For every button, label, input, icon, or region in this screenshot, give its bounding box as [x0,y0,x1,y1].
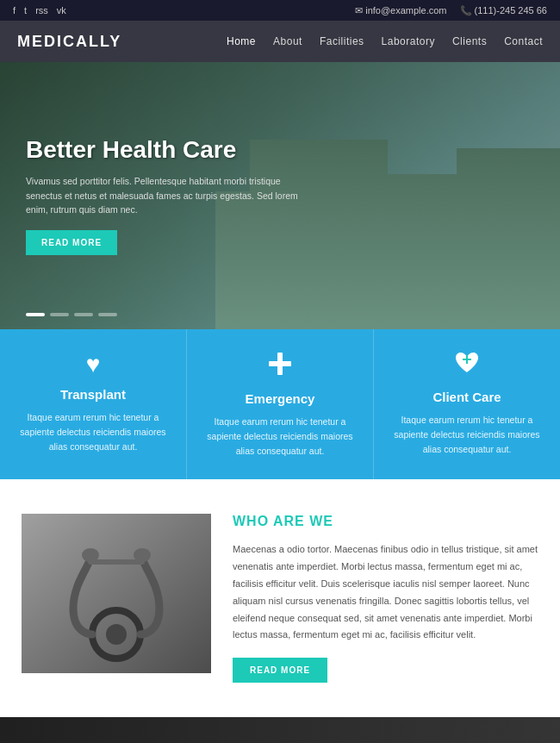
nav-facilities[interactable]: Facilities [320,35,364,47]
hero-dot-4[interactable] [98,313,117,316]
service-emergency: Emergency Itaque earum rerum hic tenetur… [187,329,374,479]
service-client-care: Client Care Itaque earum rerum hic tenet… [374,329,560,479]
main-nav: Home About Facilities Laboratory Clients… [227,35,543,47]
social-facebook[interactable]: f [13,5,16,16]
who-image [22,514,211,673]
logo[interactable]: MedICALLY [17,33,121,51]
hero-text: Vivamus sed porttitor felis. Pellentesqu… [26,174,302,217]
emergency-text: Itaque earum rerum hic tenetur a sapient… [204,415,356,458]
client-care-title: Client Care [391,390,543,404]
hero-content: Better Health Care Vivamus sed porttitor… [0,136,327,255]
svg-rect-1 [269,361,291,366]
nav-about[interactable]: About [273,35,302,47]
who-content: WHO ARE WE Maecenas a odio tortor. Maece… [233,514,538,683]
transplant-text: Itaque earum rerum hic tenetur a sapient… [17,410,169,453]
hero-slider-dots [26,313,117,316]
transplant-icon: ♥ [17,351,169,378]
nav-clients[interactable]: Clients [452,35,487,47]
hero-dot-2[interactable] [50,313,69,316]
who-title: WHO ARE WE [233,514,538,529]
top-bar: f t rss vk ✉ info@example.com 📞 (111)-24… [0,0,560,21]
nav-laboratory[interactable]: Laboratory [382,35,435,47]
client-care-text: Itaque earum rerum hic tenetur a sapient… [391,413,543,456]
social-vk[interactable]: vk [57,5,66,16]
hero-read-more-button[interactable]: READ MORE [26,230,117,255]
services-section: ♥ Transplant Itaque earum rerum hic tene… [0,329,560,479]
who-read-more-button[interactable]: READ MORE [233,658,327,683]
hero-section: Better Health Care Vivamus sed porttitor… [0,62,560,329]
who-section: WHO ARE WE Maecenas a odio tortor. Maece… [0,479,560,717]
social-twitter[interactable]: t [24,5,27,16]
nav-contact[interactable]: Contact [504,35,543,47]
emergency-title: Emergency [204,391,356,406]
contact-info: ✉ info@example.com 📞 (111)-245 245 66 [355,5,547,16]
social-links[interactable]: f t rss vk [13,5,66,16]
svg-rect-3 [22,514,211,673]
hero-dot-1[interactable] [26,313,45,316]
nav-home[interactable]: Home [227,35,256,47]
email-info: ✉ info@example.com [355,5,446,16]
facilities-section: OUR FACILITIES 3500 STAFF [0,717,560,743]
social-rss[interactable]: rss [35,5,48,16]
transplant-title: Transplant [17,387,169,402]
emergency-icon [204,351,356,383]
service-transplant: ♥ Transplant Itaque earum rerum hic tene… [0,329,187,479]
facilities-overlay [0,717,560,743]
svg-point-5 [106,624,127,645]
header: MedICALLY Home About Facilities Laborato… [0,21,560,62]
who-text: Maecenas a odio tortor. Maecenas finibus… [233,541,538,644]
phone-info: 📞 (111)-245 245 66 [460,5,547,16]
client-care-icon [391,351,543,381]
hero-title: Better Health Care [26,136,302,164]
hero-dot-3[interactable] [74,313,93,316]
